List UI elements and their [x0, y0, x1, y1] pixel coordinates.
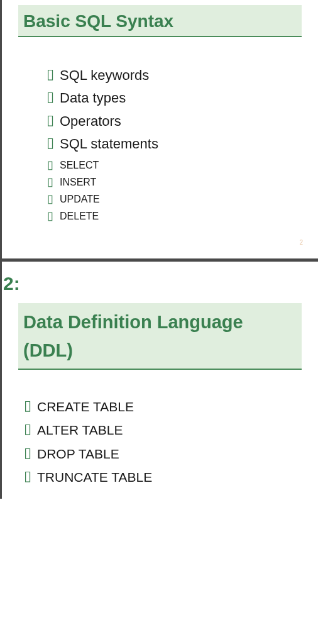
- slide-2: 2: Data Definition Language (DDL) ▯ CREA…: [0, 258, 318, 499]
- bullet-icon: ▯: [46, 210, 55, 221]
- bullet-icon: ▯: [46, 90, 55, 104]
- list-item: ▯ ALTER TABLE: [23, 422, 318, 438]
- list-item: ▯ TRUNCATE TABLE: [23, 469, 318, 485]
- page-number: 2: [299, 239, 303, 246]
- slide-1: Basic SQL Syntax ▯ SQL keywords ▯ Data t…: [0, 0, 318, 258]
- slide-1-list: ▯ SQL keywords ▯ Data types ▯ Operators …: [2, 37, 318, 222]
- list-item: ▯ Operators: [46, 113, 318, 130]
- bullet-icon: ▯: [46, 176, 55, 187]
- bullet-icon: ▯: [46, 193, 55, 204]
- list-item-label: INSERT: [60, 176, 96, 188]
- list-subitem: ▯ INSERT: [46, 176, 318, 188]
- slide-1-title: Basic SQL Syntax: [23, 10, 297, 32]
- list-subitem: ▯ DELETE: [46, 210, 318, 222]
- list-item-label: CREATE TABLE: [37, 399, 134, 414]
- list-item: ▯ SQL statements: [46, 136, 318, 152]
- bullet-icon: ▯: [46, 159, 55, 170]
- list-item-label: DROP TABLE: [37, 446, 119, 462]
- slide-1-title-block: Basic SQL Syntax: [18, 5, 302, 37]
- slide-2-prefix: 2:: [2, 273, 318, 303]
- list-item-label: TRUNCATE TABLE: [37, 469, 152, 485]
- list-item: ▯ DROP TABLE: [23, 446, 318, 462]
- bullet-icon: ▯: [46, 113, 55, 127]
- list-item: ▯ Data types: [46, 90, 318, 106]
- slide-2-title: Data Definition Language (DDL): [23, 308, 297, 365]
- bullet-icon: ▯: [23, 399, 32, 413]
- list-item-label: ALTER TABLE: [37, 422, 123, 438]
- bullet-icon: ▯: [46, 67, 55, 81]
- list-subitem: ▯ SELECT: [46, 159, 318, 171]
- bullet-icon: ▯: [23, 446, 32, 460]
- slide-2-list: ▯ CREATE TABLE ▯ ALTER TABLE ▯ DROP TABL…: [2, 370, 318, 485]
- list-subitem: ▯ UPDATE: [46, 193, 318, 205]
- list-item-label: Operators: [60, 113, 121, 130]
- list-item-label: SQL keywords: [60, 67, 149, 84]
- list-item-label: DELETE: [60, 210, 99, 222]
- list-item-label: Data types: [60, 90, 126, 106]
- list-item: ▯ SQL keywords: [46, 67, 318, 84]
- list-item: ▯ CREATE TABLE: [23, 399, 318, 414]
- list-item-label: UPDATE: [60, 193, 100, 205]
- list-item-label: SQL statements: [60, 136, 158, 152]
- bullet-icon: ▯: [46, 136, 55, 150]
- list-item-label: SELECT: [60, 159, 99, 171]
- bullet-icon: ▯: [23, 469, 32, 483]
- bullet-icon: ▯: [23, 422, 32, 436]
- slide-2-title-block: Data Definition Language (DDL): [18, 303, 302, 370]
